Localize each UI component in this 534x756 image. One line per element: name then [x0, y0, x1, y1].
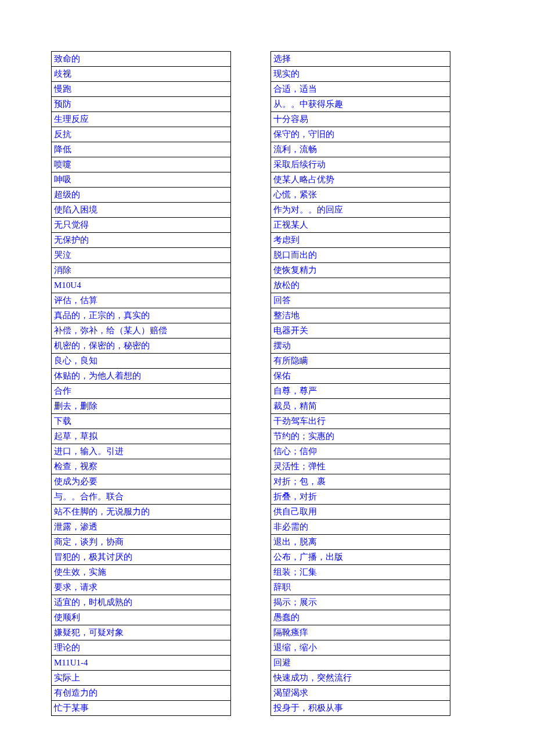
vocab-cell: 无保护的	[51, 233, 231, 248]
vocab-cell: 喷嚏	[51, 157, 231, 172]
vocab-cell: 使成为必要	[51, 474, 231, 489]
vocab-cell: 快速成功，突然流行	[270, 671, 450, 686]
vocab-cell: 歧视	[51, 67, 231, 82]
vocab-cell: 从。。中获得乐趣	[270, 97, 450, 112]
vocab-cell: 实际上	[51, 671, 231, 686]
vocab-cell: 整洁地	[270, 308, 450, 323]
vocab-cell: 致命的	[51, 51, 231, 67]
vocab-cell: 补偿，弥补，给（某人）赔偿	[51, 323, 231, 339]
vocab-cell: 愚蠢的	[270, 610, 450, 625]
vocab-cell: 预防	[51, 97, 231, 112]
vocab-cell: 放松的	[270, 278, 450, 293]
vocab-cell: 心慌，紧张	[270, 188, 450, 203]
vocab-cell: 呻吸	[51, 172, 231, 188]
vocab-cell: 隔靴瘙痒	[270, 625, 450, 640]
vocab-cell: M10U4	[51, 278, 231, 293]
vocab-cell: 辞职	[270, 580, 450, 595]
vocab-cell: 脱口而出的	[270, 248, 450, 263]
vocab-cell: 公布，广播，出版	[270, 550, 450, 565]
vocab-cell: 十分容易	[270, 112, 450, 127]
vocab-cell: 灵活性；弹性	[270, 459, 450, 474]
vocab-cell: 商定，谈判，协商	[51, 535, 231, 550]
vocab-cell: 消除	[51, 263, 231, 278]
vocab-cell: 采取后续行动	[270, 157, 450, 172]
vocab-cell: 良心，良知	[51, 354, 231, 369]
vocab-cell: 合适，适当	[270, 82, 450, 97]
vocab-cell: M11U1-4	[51, 656, 231, 671]
vocab-cell: 合作	[51, 384, 231, 399]
vocab-cell: 评估，估算	[51, 293, 231, 308]
vocab-cell: 体贴的，为他人着想的	[51, 369, 231, 384]
vocab-cell: 进口，输入。引进	[51, 444, 231, 459]
vocab-cell: 考虑到	[270, 233, 450, 248]
vocab-cell: 节约的；实惠的	[270, 429, 450, 444]
vocab-cell: 裁员，精简	[270, 399, 450, 414]
vocab-cell: 嫌疑犯，可疑对象	[51, 625, 231, 640]
vocab-cell: 有所隐瞒	[270, 354, 450, 369]
vocab-cell: 慢跑	[51, 82, 231, 97]
vocab-cell: 适宜的，时机成熟的	[51, 595, 231, 610]
vocab-cell: 选择	[270, 51, 450, 67]
vocab-cell: 回答	[270, 293, 450, 308]
vocab-cell: 删去，删除	[51, 399, 231, 414]
vocab-cell: 流利，流畅	[270, 142, 450, 157]
vocab-cell: 作为对。。的回应	[270, 203, 450, 218]
vocab-cell: 使顺利	[51, 610, 231, 625]
vocab-cell: 退缩，缩小	[270, 640, 450, 656]
vocab-cell: 使恢复精力	[270, 263, 450, 278]
vocab-cell: 退出，脱离	[270, 535, 450, 550]
vocab-cell: 自尊，尊严	[270, 384, 450, 399]
vocab-cell: 干劲驾车出行	[270, 414, 450, 429]
vocab-cell: 现实的	[270, 67, 450, 82]
vocab-cell: 回避	[270, 656, 450, 671]
vocab-cell: 反抗	[51, 127, 231, 142]
vocab-cell: 与。。合作。联合	[51, 489, 231, 505]
vocab-cell: 保守的，守旧的	[270, 127, 450, 142]
vocab-cell: 降低	[51, 142, 231, 157]
vocab-cell: 渴望渴求	[270, 686, 450, 701]
vocab-cell: 正视某人	[270, 218, 450, 233]
vocab-cell: 超级的	[51, 188, 231, 203]
vocab-cell: 折叠，对折	[270, 489, 450, 505]
vocab-column-right: 选择现实的合适，适当从。。中获得乐趣十分容易保守的，守旧的流利，流畅采取后续行动…	[270, 51, 450, 716]
vocab-cell: 检查，视察	[51, 459, 231, 474]
vocab-cell: 使某人略占优势	[270, 172, 450, 188]
vocab-column-left: 致命的歧视慢跑预防生理反应反抗降低喷嚏呻吸超级的使陷入困境无只觉得无保护的哭泣消…	[51, 51, 231, 716]
page: 致命的歧视慢跑预防生理反应反抗降低喷嚏呻吸超级的使陷入困境无只觉得无保护的哭泣消…	[0, 0, 534, 756]
vocab-cell: 供自己取用	[270, 505, 450, 520]
vocab-cell: 组装；汇集	[270, 565, 450, 580]
vocab-cell: 泄露，渗透	[51, 520, 231, 535]
vocab-cell: 使陷入困境	[51, 203, 231, 218]
vocab-cell: 保佑	[270, 369, 450, 384]
vocab-cell: 忙于某事	[51, 701, 231, 716]
vocab-cell: 冒犯的，极其讨厌的	[51, 550, 231, 565]
vocab-cell: 要求，请求	[51, 580, 231, 595]
vocab-cell: 站不住脚的，无说服力的	[51, 505, 231, 520]
vocab-cell: 揭示；展示	[270, 595, 450, 610]
vocab-cell: 对折；包，裹	[270, 474, 450, 489]
vocab-cell: 下载	[51, 414, 231, 429]
vocab-cell: 有创造力的	[51, 686, 231, 701]
vocab-cell: 非必需的	[270, 520, 450, 535]
vocab-cell: 摆动	[270, 339, 450, 354]
vocab-cell: 生理反应	[51, 112, 231, 127]
vocab-cell: 机密的，保密的，秘密的	[51, 339, 231, 354]
vocab-cell: 无只觉得	[51, 218, 231, 233]
vocab-cell: 真品的，正宗的，真实的	[51, 308, 231, 323]
vocab-cell: 投身于，积极从事	[270, 701, 450, 716]
vocab-cell: 信心；信仰	[270, 444, 450, 459]
vocab-cell: 起草，草拟	[51, 429, 231, 444]
vocab-cell: 理论的	[51, 640, 231, 656]
vocab-cell: 使生效，实施	[51, 565, 231, 580]
vocab-cell: 哭泣	[51, 248, 231, 263]
vocab-cell: 电器开关	[270, 323, 450, 339]
